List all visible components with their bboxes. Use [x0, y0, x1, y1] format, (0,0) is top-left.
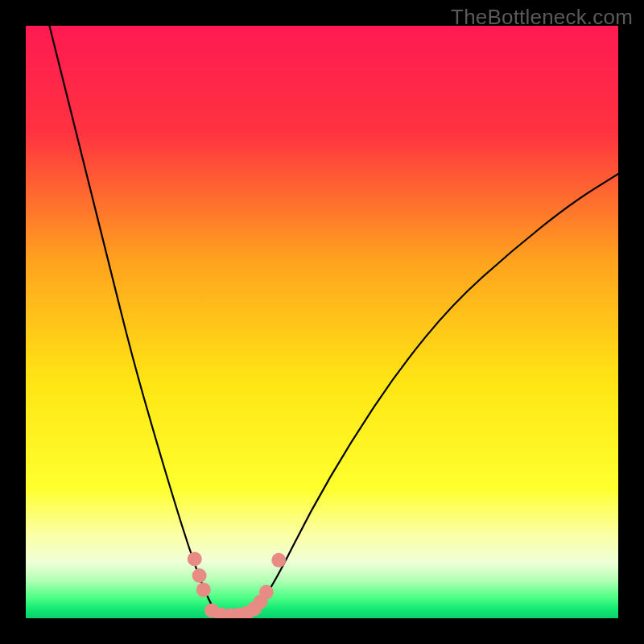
dot-valley-dots-11 — [271, 553, 286, 568]
chart-svg — [26, 26, 618, 618]
gradient-background — [26, 26, 618, 618]
plot-area — [26, 26, 618, 618]
dot-valley-dots-0 — [188, 551, 202, 566]
outer-frame: TheBottleneck.com — [0, 0, 644, 644]
dot-valley-dots-1 — [192, 568, 207, 583]
dot-valley-dots-2 — [196, 583, 211, 597]
dot-valley-dots-10 — [259, 585, 274, 600]
